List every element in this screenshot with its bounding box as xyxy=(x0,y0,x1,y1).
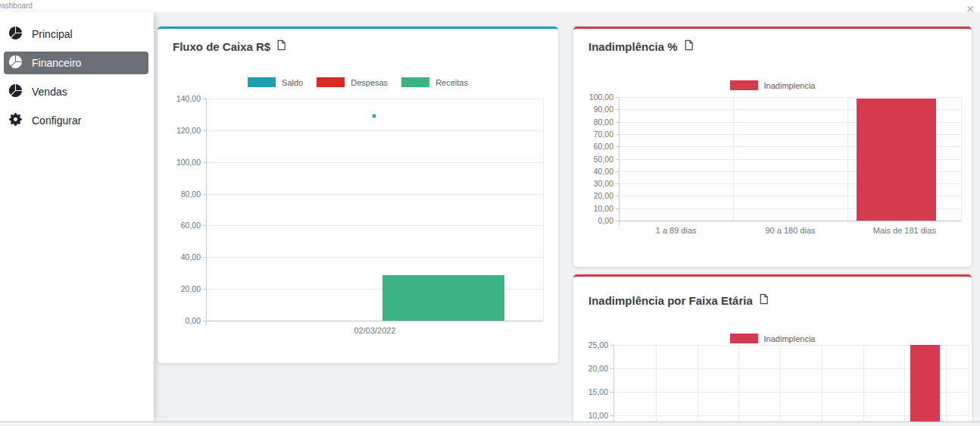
card-title: Inadimplência % xyxy=(573,29,972,55)
point-saldo[interactable] xyxy=(373,114,376,118)
gridline-vertical xyxy=(738,345,739,426)
window-bottom-edge xyxy=(0,421,980,426)
chart-plot xyxy=(613,345,969,426)
y-tick-mark xyxy=(610,368,613,369)
card-title: Fluxo de Caixa R$ xyxy=(158,29,558,55)
y-tick-mark xyxy=(616,122,619,123)
sidebar: Principal Financeiro Configurar Vendas C… xyxy=(0,12,154,421)
card-title-text: Inadimplência % xyxy=(588,39,678,55)
y-tick-label: 40,00 xyxy=(594,167,613,176)
y-tick-mark xyxy=(203,321,206,321)
legend-swatch xyxy=(317,77,345,87)
legend-item[interactable]: Saldo xyxy=(248,77,303,87)
y-tick-mark xyxy=(203,225,206,226)
gridline-vertical xyxy=(863,345,864,426)
gridline-vertical xyxy=(904,345,905,426)
document-icon[interactable] xyxy=(683,39,694,55)
legend-item[interactable]: Despesas xyxy=(317,77,388,87)
y-tick-label: 140,00 xyxy=(176,94,201,103)
close-icon[interactable]: ✕ xyxy=(966,4,975,14)
gridline-horizontal xyxy=(620,221,961,221)
x-tick-label: Mais de 181 dias xyxy=(873,226,936,235)
sidebar-item-principal[interactable]: Principal xyxy=(4,23,148,45)
gridline-vertical xyxy=(822,345,822,426)
y-tick-label: 20,00 xyxy=(588,364,608,373)
y-tick-label: 60,00 xyxy=(594,142,613,151)
chart-plot xyxy=(206,99,544,321)
card-title: Inadimplência por Faixa Etária xyxy=(573,277,972,309)
card-title-text: Inadimplência por Faixa Etária xyxy=(588,293,753,309)
legend-label: Inadimplencia xyxy=(764,334,816,343)
sidebar-item-configurar[interactable]: Configurar xyxy=(4,109,148,132)
bar-inadimplencia[interactable] xyxy=(857,99,937,221)
y-tick-mark xyxy=(616,134,619,135)
y-tick-label: 50,00 xyxy=(594,155,613,164)
chart-area: 140,00120,00100,0080,0060,0040,0020,000,… xyxy=(158,99,558,337)
gridline-horizontal xyxy=(207,99,543,99)
card-title-text: Fluxo de Caixa R$ xyxy=(173,39,270,55)
bar-inadimplencia[interactable] xyxy=(910,345,940,426)
gear-icon xyxy=(9,113,22,128)
chart-y-axis: 100,0090,0080,0070,0060,0050,0040,0030,0… xyxy=(584,97,619,221)
legend-swatch xyxy=(401,77,429,87)
sidebar-item-label: Vendas xyxy=(32,86,67,98)
y-tick-mark xyxy=(203,130,206,131)
x-tick-label: 02/03/2022 xyxy=(354,326,395,335)
y-tick-label: 20,00 xyxy=(594,191,613,200)
y-tick-mark xyxy=(203,194,206,195)
gridline-horizontal xyxy=(207,257,543,258)
gridline-vertical xyxy=(847,97,848,221)
sidebar-item-vendas[interactable]: Configurar Vendas xyxy=(4,80,148,103)
y-tick-label: 40,00 xyxy=(181,252,201,262)
gridline-vertical xyxy=(698,345,698,426)
y-tick-mark xyxy=(203,162,206,163)
legend-swatch xyxy=(730,334,758,343)
window-title: Dashboard xyxy=(0,2,33,10)
document-icon[interactable] xyxy=(758,293,769,309)
x-tick-label: 1 a 89 dias xyxy=(656,226,697,235)
pie-chart-icon xyxy=(9,55,22,70)
y-tick-label: 80,00 xyxy=(181,190,201,199)
legend-item[interactable]: Receitas xyxy=(401,77,468,87)
x-tick-label: 90 a 180 dias xyxy=(765,226,815,235)
legend-item[interactable]: Inadimplencia xyxy=(730,80,816,90)
chart-legend: SaldoDespesasReceitas xyxy=(158,77,558,87)
y-tick-mark xyxy=(616,171,619,172)
chart-area: 100,0090,0080,0070,0060,0050,0040,0030,0… xyxy=(573,97,972,237)
document-icon[interactable] xyxy=(276,39,287,55)
gridline-horizontal xyxy=(207,162,543,163)
legend-label: Receitas xyxy=(435,78,468,87)
y-tick-label: 100,00 xyxy=(176,158,201,167)
y-tick-label: 100,00 xyxy=(589,92,613,102)
sidebar-item-financeiro[interactable]: Financeiro xyxy=(4,52,148,74)
gridline-vertical xyxy=(780,345,781,426)
legend-label: Inadimplencia xyxy=(764,81,816,90)
y-tick-mark xyxy=(616,183,619,184)
gridline-horizontal xyxy=(207,130,543,131)
y-tick-mark xyxy=(616,196,619,196)
y-tick-label: 60,00 xyxy=(181,221,201,230)
pie-chart-icon xyxy=(9,84,22,99)
legend-label: Saldo xyxy=(282,78,303,87)
y-tick-label: 0,00 xyxy=(598,216,613,225)
y-tick-mark xyxy=(616,146,619,147)
y-tick-mark xyxy=(616,97,619,98)
y-tick-mark xyxy=(203,99,206,99)
chart-x-labels: 02/03/2022 xyxy=(206,326,544,337)
chart-y-axis: 140,00120,00100,0080,0060,0040,0020,000,… xyxy=(170,99,206,321)
y-tick-label: 20,00 xyxy=(181,284,201,293)
gridline-vertical xyxy=(733,97,734,221)
y-tick-label: 90,00 xyxy=(594,105,613,114)
legend-item[interactable]: Inadimplencia xyxy=(730,334,816,343)
y-tick-mark xyxy=(203,257,206,258)
y-tick-label: 0,00 xyxy=(186,316,201,325)
y-tick-mark xyxy=(610,392,613,393)
sidebar-item-label: Financeiro xyxy=(32,57,81,69)
y-tick-mark xyxy=(610,345,613,346)
y-tick-mark xyxy=(616,109,619,110)
bar-receitas[interactable] xyxy=(382,275,504,321)
y-tick-mark xyxy=(610,415,613,416)
y-tick-label: 10,00 xyxy=(588,411,608,420)
gridline-vertical xyxy=(946,345,947,426)
chart-y-axis: 25,0020,0015,0010,00 xyxy=(583,345,613,426)
